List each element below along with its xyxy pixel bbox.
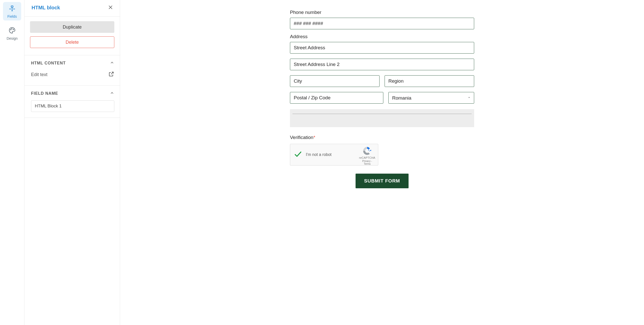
svg-point-3 <box>13 29 14 30</box>
duplicate-button[interactable]: Duplicate <box>30 21 114 33</box>
edit-text-row[interactable]: Edit text <box>31 70 114 80</box>
checkmark-icon <box>294 150 302 159</box>
address-label: Address <box>290 34 474 39</box>
verification-label: Verification* <box>290 135 474 140</box>
phone-label: Phone number <box>290 10 474 15</box>
section-html-content-header[interactable]: HTML CONTENT <box>24 55 120 70</box>
postal-code-input[interactable] <box>290 92 383 104</box>
street-address-input[interactable] <box>290 42 474 54</box>
nav-fields[interactable]: Fields <box>3 2 21 20</box>
divider <box>292 114 472 114</box>
chevron-up-icon <box>110 60 114 66</box>
submit-button[interactable]: SUBMIT FORM <box>356 174 409 188</box>
nav-design-label: Design <box>7 36 18 40</box>
close-panel-button[interactable] <box>107 4 114 12</box>
svg-rect-0 <box>11 6 13 7</box>
nav-design[interactable]: Design <box>3 24 21 42</box>
selected-html-block[interactable] <box>290 109 474 127</box>
country-select[interactable]: Romania <box>388 92 474 104</box>
recaptcha-brand-area: reCAPTCHA Privacy - Terms <box>359 146 375 165</box>
panel-title: HTML block <box>32 5 60 11</box>
panel-header: HTML block <box>24 0 120 17</box>
open-external-icon <box>108 71 114 78</box>
city-input[interactable] <box>290 75 380 87</box>
settings-panel: HTML block Duplicate Delete HTML CONTENT… <box>24 0 120 325</box>
section-html-content-title: HTML CONTENT <box>31 61 66 65</box>
form-preview: Phone number Address Romania <box>120 0 644 325</box>
phone-input[interactable] <box>290 18 474 29</box>
palette-icon <box>8 27 16 35</box>
edit-text-label: Edit text <box>31 72 47 77</box>
nav-fields-label: Fields <box>7 14 17 18</box>
fields-icon <box>8 5 16 13</box>
section-html-content: HTML CONTENT Edit text <box>24 55 120 86</box>
svg-point-1 <box>10 29 11 30</box>
panel-actions: Duplicate Delete <box>24 17 120 55</box>
svg-point-2 <box>12 29 12 29</box>
field-name-input[interactable] <box>31 100 114 112</box>
section-field-name: FIELD NAME <box>24 86 120 118</box>
recaptcha-links: Privacy - Terms <box>359 160 375 165</box>
recaptcha-icon <box>359 146 375 156</box>
recaptcha-text: I'm not a robot <box>306 152 332 157</box>
street-address-2-input[interactable] <box>290 59 474 70</box>
left-nav-rail: Fields Design <box>0 0 24 325</box>
address-group: Romania <box>290 42 474 104</box>
delete-button[interactable]: Delete <box>30 36 114 48</box>
chevron-up-icon <box>110 91 114 96</box>
section-field-name-title: FIELD NAME <box>31 91 58 96</box>
section-field-name-header[interactable]: FIELD NAME <box>24 86 120 100</box>
region-input[interactable] <box>385 75 474 87</box>
recaptcha-brand: reCAPTCHA <box>359 156 375 159</box>
close-icon <box>108 7 113 11</box>
recaptcha-widget[interactable]: I'm not a robot reCAPTCHA Privacy - Term… <box>290 144 378 166</box>
